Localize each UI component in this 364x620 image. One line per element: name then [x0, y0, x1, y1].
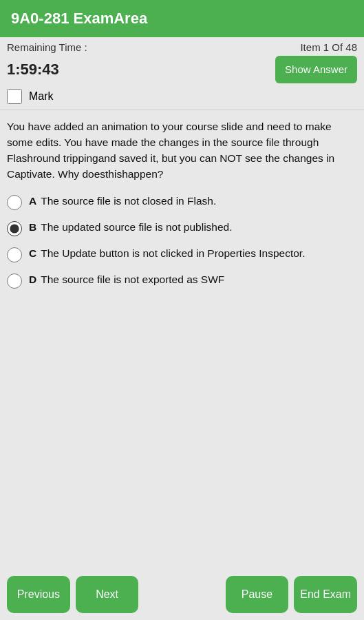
timer-display: 1:59:43: [7, 61, 59, 79]
mark-label[interactable]: Mark: [29, 90, 54, 103]
option-item[interactable]: BThe updated source file is not publishe…: [7, 220, 357, 236]
option-item[interactable]: AThe source file is not closed in Flash.: [7, 194, 357, 210]
option-label-c: CThe Update button is not clicked in Pro…: [29, 246, 305, 261]
app-title: 9A0-281 ExamArea: [11, 10, 147, 27]
remaining-label: Remaining Time :: [7, 41, 87, 53]
option-label-a: AThe source file is not closed in Flash.: [29, 194, 216, 209]
end-exam-button[interactable]: End Exam: [294, 576, 357, 613]
option-radio-c[interactable]: [7, 247, 22, 262]
option-radio-d[interactable]: [7, 273, 22, 289]
option-item[interactable]: DThe source file is not exported as SWF: [7, 272, 357, 289]
previous-button[interactable]: Previous: [7, 576, 70, 613]
option-item[interactable]: CThe Update button is not clicked in Pro…: [7, 246, 357, 262]
mark-checkbox[interactable]: [7, 89, 22, 104]
status-bar: Remaining Time : Item 1 Of 48: [0, 37, 364, 53]
option-radio-b[interactable]: [7, 221, 22, 236]
item-label: Item 1 Of 48: [300, 41, 357, 53]
option-label-b: BThe updated source file is not publishe…: [29, 220, 233, 235]
option-label-d: DThe source file is not exported as SWF: [29, 272, 224, 287]
option-radio-a[interactable]: [7, 195, 22, 210]
options-list: AThe source file is not closed in Flash.…: [0, 189, 364, 570]
mark-row: Mark: [0, 86, 364, 110]
next-button[interactable]: Next: [76, 576, 139, 613]
show-answer-button[interactable]: Show Answer: [275, 56, 357, 83]
pause-button[interactable]: Pause: [226, 576, 289, 613]
timer-row: 1:59:43 Show Answer: [0, 53, 364, 86]
footer: Previous Next Pause End Exam: [0, 569, 364, 620]
app-header: 9A0-281 ExamArea: [0, 0, 364, 37]
question-text: You have added an animation to your cour…: [0, 110, 364, 189]
